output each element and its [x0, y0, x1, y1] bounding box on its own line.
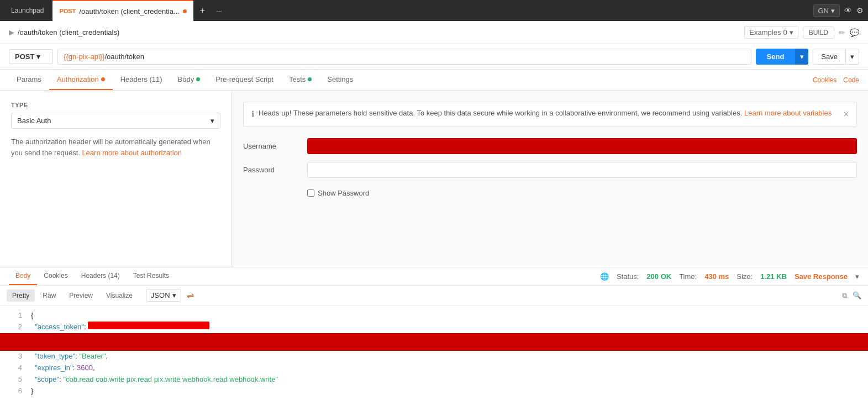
body-dot [196, 77, 200, 81]
format-selector[interactable]: JSON ▾ [146, 289, 181, 302]
password-field-row: Password [243, 162, 857, 178]
tab-params[interactable]: Params [9, 70, 49, 90]
response-tabs-bar: Body Cookies Headers (14) Test Results 🌐… [0, 267, 868, 286]
wrap-button[interactable]: ⇌ [183, 290, 197, 301]
search-icon[interactable]: 🔍 [853, 291, 861, 300]
close-banner-button[interactable]: × [844, 108, 849, 121]
edit-icon[interactable]: ✏ [839, 28, 845, 37]
auth-type-selector[interactable]: Basic Auth ▾ [11, 113, 220, 129]
tab-prerequest[interactable]: Pre-request Script [208, 70, 281, 90]
comment-icon[interactable]: 💬 [850, 28, 859, 37]
main-content-area: TYPE Basic Auth ▾ The authorization head… [0, 91, 868, 267]
settings-icon[interactable]: ⚙ [856, 6, 864, 15]
top-bar-right: GN ▾ 👁 ⚙ [813, 4, 864, 17]
time-value: 430 ms [704, 272, 729, 281]
username-input[interactable] [307, 138, 857, 154]
show-password-label[interactable]: Show Password [307, 189, 369, 197]
redacted-filler [31, 336, 336, 348]
json-line-1: 1 { [0, 310, 868, 322]
redacted-block: 2 [0, 333, 868, 351]
tab-right-links: Cookies Code [813, 76, 859, 84]
response-tab-body[interactable]: Body [9, 267, 37, 285]
request-title-bar: ▶ /oauth/token (client_credentials) Exam… [0, 21, 868, 44]
subtab-pretty[interactable]: Pretty [7, 289, 35, 302]
size-value: 1.21 KB [760, 272, 787, 281]
json-key-access-token: "access_token" [35, 323, 84, 331]
send-dropdown-button[interactable]: ▾ [795, 49, 808, 65]
json-response-content: 1 { 2 "access_token": 2 [0, 306, 868, 416]
password-input[interactable] [307, 162, 857, 178]
copy-icon[interactable]: ⧉ [842, 291, 847, 300]
code-subtabs-bar: Pretty Raw Preview Visualize JSON ▾ ⇌ ⧉ … [0, 286, 868, 306]
tab-path-label: /oauth/token (client_credentia... [79, 7, 179, 15]
json-val-token-type: "Bearer" [79, 352, 106, 360]
auth-type-panel: TYPE Basic Auth ▾ The authorization head… [0, 91, 232, 267]
new-tab-button[interactable]: + [196, 6, 209, 15]
tests-dot [308, 77, 312, 81]
password-label: Password [243, 166, 298, 174]
line-number: 4 [9, 362, 22, 374]
learn-more-vars-link[interactable]: Learn more about variables [744, 109, 832, 117]
examples-button[interactable]: Examples 0 ▾ [744, 26, 798, 39]
launchpad-tab[interactable]: Launchpad [4, 0, 50, 21]
breadcrumb-arrow-icon[interactable]: ▶ [9, 28, 14, 36]
save-response-dropdown-icon[interactable]: ▾ [855, 272, 859, 281]
save-response-button[interactable]: Save Response [795, 272, 848, 281]
line-number: 2 [9, 336, 22, 348]
show-password-checkbox[interactable] [307, 189, 314, 197]
method-selector[interactable]: POST ▾ [9, 49, 53, 64]
show-password-text: Show Password [318, 189, 369, 197]
url-input[interactable]: {{gn-pix-api}}/oauth/token [57, 49, 751, 65]
tab-tests[interactable]: Tests [281, 70, 319, 90]
tab-authorization[interactable]: Authorization [49, 70, 113, 90]
format-chevron-icon: ▾ [172, 291, 176, 299]
send-button[interactable]: Send [756, 49, 796, 65]
auth-type-chevron-icon: ▾ [211, 117, 214, 125]
tab-unsaved-dot [183, 9, 187, 13]
learn-more-auth-link[interactable]: Learn more about authorization [82, 149, 182, 157]
env-value: GN [818, 7, 829, 15]
save-dropdown-button[interactable]: ▾ [846, 49, 859, 65]
subtab-raw[interactable]: Raw [37, 289, 61, 302]
status-value: 200 OK [646, 272, 671, 281]
request-tabs-bar: Params Authorization Headers (11) Body P… [0, 70, 868, 91]
more-tabs-button[interactable]: ··· [212, 7, 227, 15]
redacted-token-value [88, 322, 209, 329]
cookies-link[interactable]: Cookies [813, 76, 837, 84]
auth-description: The authorization header will be automat… [11, 136, 220, 158]
line-number: 5 [9, 374, 22, 386]
json-brace-open: { [31, 310, 33, 322]
line-number: 6 [9, 386, 22, 397]
line-number: 1 [9, 310, 22, 322]
tab-settings[interactable]: Settings [319, 70, 361, 90]
code-link[interactable]: Code [843, 76, 859, 84]
json-line-3: 3 "token_type": "Bearer", [0, 351, 868, 362]
response-tab-cookies[interactable]: Cookies [37, 267, 74, 285]
json-line-4: 4 "expires_in": 3600, [0, 362, 868, 374]
eye-icon[interactable]: 👁 [844, 6, 852, 15]
url-variable: {{gn-pix-api}} [64, 52, 104, 61]
subtab-visualize[interactable]: Visualize [101, 289, 138, 302]
type-label: TYPE [11, 102, 220, 108]
globe-icon: 🌐 [600, 272, 609, 281]
response-tab-test-results[interactable]: Test Results [127, 267, 176, 285]
top-bar: Launchpad POST /oauth/token (client_cred… [0, 0, 868, 21]
send-button-group: Send ▾ [756, 49, 809, 65]
username-field-row: Username [243, 138, 857, 154]
subtab-preview[interactable]: Preview [64, 289, 98, 302]
status-label: Status: [617, 272, 639, 281]
environment-selector[interactable]: GN ▾ [813, 4, 840, 17]
tab-headers[interactable]: Headers (11) [113, 70, 170, 90]
response-tab-headers[interactable]: Headers (14) [75, 267, 127, 285]
line-number: 2 [9, 322, 22, 333]
json-line-2: 2 "access_token": [0, 322, 868, 333]
active-request-tab[interactable]: POST /oauth/token (client_credentia... [52, 0, 193, 21]
json-line-5: 5 "scope": "cob.read cob.write pix.read … [0, 374, 868, 386]
tab-body[interactable]: Body [170, 70, 208, 90]
code-action-icons: ⧉ 🔍 [842, 291, 861, 300]
build-button[interactable]: BUILD [803, 27, 834, 39]
method-value: POST [15, 52, 34, 61]
url-path: /oauth/token [104, 52, 144, 61]
tab-method-label: POST [59, 8, 76, 14]
save-button[interactable]: Save [813, 49, 846, 65]
